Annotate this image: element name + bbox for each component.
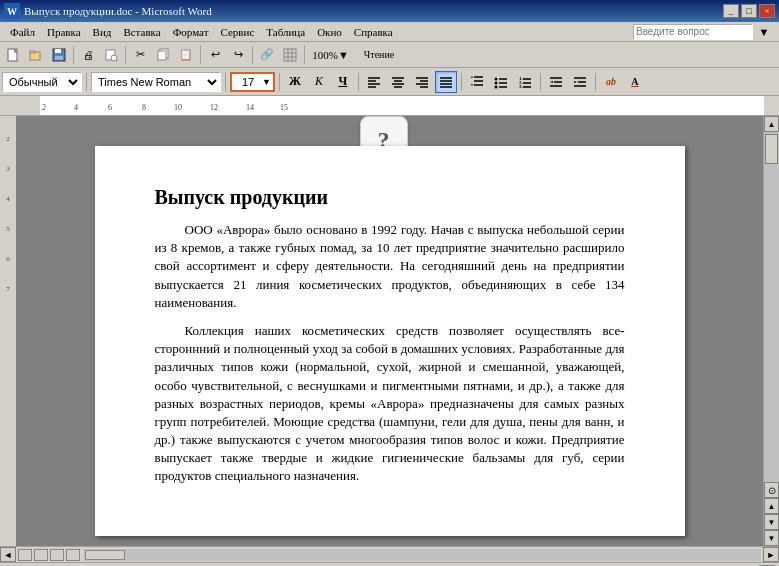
undo-button[interactable]: ↩ <box>204 44 226 66</box>
format-toolbar: Обычный Times New Roman ▼ Ж К Ч 1.2.3. a… <box>0 68 779 96</box>
normal-view-button[interactable] <box>18 549 32 561</box>
copy-button[interactable] <box>152 44 174 66</box>
align-left-button[interactable] <box>363 71 385 93</box>
view-buttons <box>16 549 82 561</box>
window-title: Выпуск продукции.doc - Microsoft Word <box>24 5 212 17</box>
prev-object-button[interactable]: ▲ <box>764 498 779 514</box>
help-input[interactable] <box>633 24 753 40</box>
right-scrollbar[interactable]: ▲ ⊙ ▲ ▼ ▼ <box>763 116 779 546</box>
zoom-select[interactable]: 100%▼ <box>308 44 353 66</box>
svg-text:7: 7 <box>6 285 10 293</box>
align-center-button[interactable] <box>387 71 409 93</box>
line-spacing-button[interactable] <box>466 71 488 93</box>
prev-page-button[interactable]: ⊙ <box>764 482 779 498</box>
bold-button[interactable]: Ж <box>284 71 306 93</box>
document-body: ООО «Аврора» было основано в 1992 году. … <box>155 221 625 486</box>
svg-point-39 <box>494 85 497 88</box>
svg-line-8 <box>116 60 117 61</box>
fmt-sep-6 <box>540 73 541 91</box>
highlight-button[interactable]: ab <box>600 71 622 93</box>
title-bar: W Выпуск продукции.doc - Microsoft Word … <box>0 0 779 22</box>
content-area[interactable]: ? Выпуск продукции ООО «Аврора» было осн… <box>16 116 763 546</box>
svg-text:2: 2 <box>6 135 10 143</box>
menu-file[interactable]: Файл <box>4 24 41 40</box>
bullets-button[interactable] <box>490 71 512 93</box>
paste-button[interactable]: 📋 <box>175 44 197 66</box>
svg-rect-11 <box>284 49 296 61</box>
bottom-scrollbar[interactable]: ◄ ► <box>0 546 779 562</box>
font-size-input[interactable] <box>234 76 262 88</box>
svg-rect-2 <box>30 51 35 53</box>
svg-text:12: 12 <box>210 103 218 112</box>
scrollbar-thumb[interactable] <box>765 134 778 164</box>
align-right-button[interactable] <box>411 71 433 93</box>
open-button[interactable] <box>25 44 47 66</box>
menu-insert[interactable]: Вставка <box>117 24 166 40</box>
save-button[interactable] <box>48 44 70 66</box>
outline-view-button[interactable] <box>66 549 80 561</box>
menu-tools[interactable]: Сервис <box>215 24 261 40</box>
menu-table[interactable]: Таблица <box>260 24 311 40</box>
svg-text:4: 4 <box>6 195 10 203</box>
document-title: Выпуск продукции <box>155 186 625 209</box>
italic-button[interactable]: К <box>308 71 330 93</box>
cut-button[interactable]: ✂ <box>129 44 151 66</box>
print-preview-button[interactable] <box>100 44 122 66</box>
document-wrapper: ? Выпуск продукции ООО «Аврора» было осн… <box>95 146 685 536</box>
next-object-button[interactable]: ▼ <box>764 514 779 530</box>
scroll-left-button[interactable]: ◄ <box>0 547 16 562</box>
redo-button[interactable]: ↪ <box>227 44 249 66</box>
new-button[interactable] <box>2 44 24 66</box>
table-button[interactable] <box>279 44 301 66</box>
minimize-button[interactable]: _ <box>723 4 739 18</box>
separator-1 <box>73 46 74 64</box>
print-button[interactable]: 🖨 <box>77 44 99 66</box>
svg-text:10: 10 <box>174 103 182 112</box>
separator-5 <box>304 46 305 64</box>
menu-format[interactable]: Формат <box>167 24 215 40</box>
hyperlink-button[interactable]: 🔗 <box>256 44 278 66</box>
h-scrollbar-track[interactable] <box>84 549 761 561</box>
font-select[interactable]: Times New Roman <box>91 72 221 92</box>
scroll-down-button[interactable]: ▼ <box>764 530 779 546</box>
web-view-button[interactable] <box>34 549 48 561</box>
maximize-button[interactable]: □ <box>741 4 757 18</box>
font-size-box[interactable]: ▼ <box>230 72 275 92</box>
h-scrollbar-thumb[interactable] <box>85 550 125 560</box>
scroll-right-button[interactable]: ► <box>763 547 779 562</box>
scrollbar-track[interactable] <box>764 132 779 482</box>
help-dropdown[interactable]: ▼ <box>753 21 775 43</box>
font-size-dropdown[interactable]: ▼ <box>262 77 271 87</box>
close-button[interactable]: × <box>759 4 775 18</box>
window-controls[interactable]: _ □ × <box>723 4 775 18</box>
separator-4 <box>252 46 253 64</box>
word-icon: W <box>4 3 20 19</box>
print-view-button[interactable] <box>50 549 64 561</box>
svg-text:15: 15 <box>280 103 288 112</box>
increase-indent-button[interactable] <box>569 71 591 93</box>
fmt-sep-2 <box>225 73 226 91</box>
decrease-indent-button[interactable] <box>545 71 567 93</box>
fmt-sep-4 <box>358 73 359 91</box>
main-toolbar: 🖨 ✂ 📋 ↩ ↪ 🔗 100%▼ Чтение <box>0 42 779 68</box>
fmt-sep-7 <box>595 73 596 91</box>
title-bar-left: W Выпуск продукции.doc - Microsoft Word <box>4 3 212 19</box>
menu-view[interactable]: Вид <box>87 24 118 40</box>
underline-button[interactable]: Ч <box>332 71 354 93</box>
reading-button[interactable]: Чтение <box>354 44 404 66</box>
document-page[interactable]: Выпуск продукции ООО «Аврора» было основ… <box>95 146 685 536</box>
numbering-button[interactable]: 1.2.3. <box>514 71 536 93</box>
font-color-button[interactable]: A <box>624 71 646 93</box>
menu-edit[interactable]: Правка <box>41 24 87 40</box>
style-select[interactable]: Обычный <box>2 72 82 92</box>
svg-rect-4 <box>55 49 61 53</box>
svg-text:8: 8 <box>142 103 146 112</box>
status-bar: Стр. 1 Разд 1 1/2 На 2см Ст 1 Кол 6 ЗАП … <box>0 562 779 566</box>
menu-window[interactable]: Окно <box>311 24 348 40</box>
align-justify-button[interactable] <box>435 71 457 93</box>
fmt-sep-1 <box>86 73 87 91</box>
svg-text:6: 6 <box>6 255 10 263</box>
scroll-up-button[interactable]: ▲ <box>764 116 779 132</box>
left-ruler: 2 3 4 5 6 7 <box>0 116 16 546</box>
menu-help[interactable]: Справка <box>348 24 399 40</box>
